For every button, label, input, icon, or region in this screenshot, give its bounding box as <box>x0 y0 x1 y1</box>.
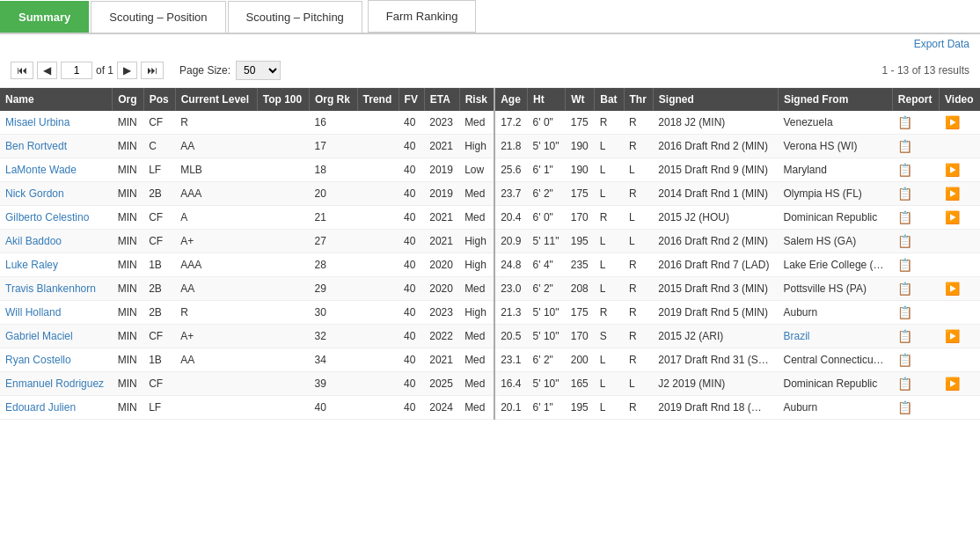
table-row: Enmanuel RodriguezMINCF39402025Med16.45'… <box>0 372 980 396</box>
table-cell: 20.1 <box>494 396 527 420</box>
table-cell: 170 <box>566 325 595 348</box>
player-name-link[interactable]: Ryan Costello <box>5 354 71 366</box>
table-cell: 📋 <box>892 277 939 301</box>
table-cell: 40 <box>399 253 424 277</box>
table-cell: 2021 <box>424 206 459 230</box>
player-name-link[interactable]: Nick Gordon <box>5 187 64 200</box>
table-cell: 16 <box>309 111 357 135</box>
table-row: Edouard JulienMINLF40402024Med20.16' 1"1… <box>0 396 980 420</box>
player-name-link[interactable]: Will Holland <box>5 306 61 319</box>
table-cell: L <box>624 372 653 396</box>
col-header-bat: Bat <box>595 88 624 111</box>
table-cell: CF <box>143 372 175 396</box>
table-cell: L <box>595 253 624 277</box>
player-name-link[interactable]: Akil Baddoo <box>5 235 62 247</box>
table-cell: 40 <box>399 301 424 325</box>
report-icon[interactable]: 📋 <box>897 353 912 367</box>
report-icon[interactable]: 📋 <box>897 400 912 414</box>
table-cell: MIN <box>113 325 143 348</box>
last-page-button[interactable]: ⏭ <box>141 62 164 79</box>
table-cell: 21.3 <box>494 301 527 325</box>
table-cell: 40 <box>399 348 424 372</box>
report-icon[interactable]: 📋 <box>897 377 912 391</box>
table-cell: 📋 <box>892 372 939 396</box>
first-page-button[interactable]: ⏮ <box>11 62 33 79</box>
table-row: Misael UrbinaMINCFR16402023Med17.26' 0"1… <box>0 111 980 135</box>
table-cell: Low <box>459 158 494 182</box>
table-cell: MIN <box>113 111 143 135</box>
table-cell: R <box>624 135 653 158</box>
tab-summary[interactable]: Summary <box>0 1 89 33</box>
table-cell: R <box>624 325 653 348</box>
table-cell: 2016 Draft Rnd 7 (LAD) <box>653 253 778 277</box>
table-cell <box>257 325 309 348</box>
report-icon[interactable]: 📋 <box>897 258 912 272</box>
table-cell: CF <box>143 230 175 253</box>
export-data-link[interactable]: Export Data <box>0 34 980 54</box>
col-header-report: Report <box>892 88 939 111</box>
table-cell: 5' 10" <box>528 325 566 348</box>
report-icon[interactable]: 📋 <box>897 187 912 201</box>
table-row: Ryan CostelloMIN1BAA34402021Med23.16' 2"… <box>0 348 980 372</box>
player-name-link[interactable]: Enmanuel Rodriguez <box>5 377 104 390</box>
table-cell: Olympia HS (FL) <box>779 182 893 206</box>
report-icon[interactable]: 📋 <box>897 210 912 224</box>
tab-scouting-pitching[interactable]: Scouting – Pitching <box>228 1 362 33</box>
table-cell: 28 <box>309 253 357 277</box>
table-cell: 23.1 <box>494 348 527 372</box>
video-icon[interactable]: ▶️ <box>945 282 960 296</box>
table-cell: R <box>175 301 257 325</box>
table-cell: R <box>175 111 257 135</box>
video-icon[interactable]: ▶️ <box>945 163 960 177</box>
player-name-link[interactable]: Misael Urbina <box>5 116 69 128</box>
table-cell: 📋 <box>892 253 939 277</box>
video-icon[interactable]: ▶️ <box>945 329 960 343</box>
table-cell: 175 <box>566 111 595 135</box>
tab-scouting-position[interactable]: Scouting – Position <box>91 1 225 33</box>
report-icon[interactable]: 📋 <box>897 305 912 319</box>
video-icon[interactable]: ▶️ <box>945 115 960 129</box>
table-cell: LF <box>143 396 175 420</box>
video-icon[interactable]: ▶️ <box>945 377 960 391</box>
table-cell <box>357 277 399 301</box>
player-name-link[interactable]: Luke Raley <box>5 259 58 271</box>
report-icon[interactable]: 📋 <box>897 282 912 296</box>
table-cell: 2020 <box>424 253 459 277</box>
table-cell: L <box>595 348 624 372</box>
table-row: Ben RortvedtMINCAA17402021High21.85' 10"… <box>0 135 980 158</box>
table-cell <box>357 372 399 396</box>
player-name-link[interactable]: Edouard Julien <box>5 401 76 414</box>
table-row: Nick GordonMIN2BAAA20402019Med23.76' 2"1… <box>0 182 980 206</box>
table-row: Will HollandMIN2BR30402023High21.35' 10"… <box>0 301 980 325</box>
report-icon[interactable]: 📋 <box>897 234 912 248</box>
table-cell: 17 <box>309 135 357 158</box>
next-page-button[interactable]: ▶ <box>117 62 137 79</box>
report-icon[interactable]: 📋 <box>897 115 912 129</box>
table-cell: 📋 <box>892 135 939 158</box>
video-icon[interactable]: ▶️ <box>945 210 960 224</box>
prev-page-button[interactable]: ◀ <box>37 62 57 79</box>
page-size-select[interactable]: 50 25 100 <box>236 61 281 80</box>
table-cell <box>257 372 309 396</box>
table-cell: 2015 J2 (HOU) <box>653 206 778 230</box>
player-name-link[interactable]: Travis Blankenhorn <box>5 282 96 295</box>
table-cell: 2016 Draft Rnd 2 (MIN) <box>653 135 778 158</box>
report-icon[interactable]: 📋 <box>897 163 912 177</box>
video-icon[interactable]: ▶️ <box>945 187 960 201</box>
table-cell: 📋 <box>892 158 939 182</box>
report-icon[interactable]: 📋 <box>897 329 912 343</box>
player-name-link[interactable]: LaMonte Wade <box>5 164 77 176</box>
player-name-link[interactable]: Ben Rortvedt <box>5 140 67 152</box>
player-name-link[interactable]: Gilberto Celestino <box>5 211 89 223</box>
tab-farm-ranking[interactable]: Farm Ranking <box>368 0 477 33</box>
player-name-link[interactable]: Gabriel Maciel <box>5 330 73 342</box>
table-cell: ▶️ <box>940 325 980 348</box>
table-cell <box>257 253 309 277</box>
page-number-input[interactable] <box>61 62 92 79</box>
signed-from-link[interactable]: Brazil <box>784 330 810 342</box>
table-cell: 2021 <box>424 230 459 253</box>
table-cell: Auburn <box>779 301 893 325</box>
table-cell: 2019 <box>424 182 459 206</box>
report-icon[interactable]: 📋 <box>897 139 912 153</box>
table-cell: Venezuela <box>779 111 893 135</box>
